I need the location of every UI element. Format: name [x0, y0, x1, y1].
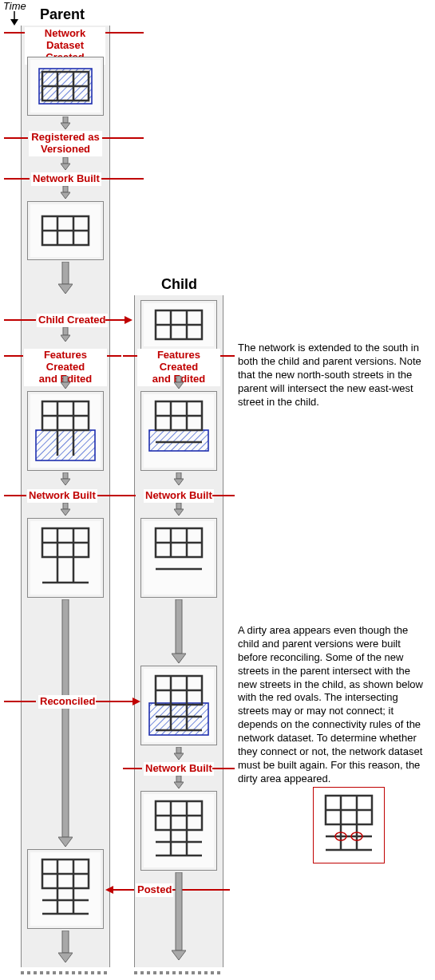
child-thumb-1: [140, 300, 217, 350]
svg-rect-20: [63, 327, 68, 335]
svg-marker-54: [174, 382, 184, 389]
arrow-icon: [61, 186, 70, 199]
svg-marker-13: [61, 192, 70, 199]
arrow-icon: [61, 117, 70, 129]
child-header: Child: [161, 276, 197, 293]
svg-marker-19: [58, 284, 73, 294]
child-thumb-3: [140, 518, 217, 598]
svg-marker-23: [61, 382, 70, 389]
svg-marker-11: [61, 164, 70, 170]
svg-marker-48: [58, 953, 73, 962]
arrow-icon: [61, 472, 70, 485]
event-posted: Posted: [136, 883, 173, 897]
arrow-icon: [174, 376, 184, 389]
svg-rect-64: [176, 503, 181, 509]
svg-rect-56: [149, 430, 208, 451]
parent-thumb-2: [27, 201, 104, 260]
svg-marker-9: [61, 123, 70, 129]
svg-rect-10: [63, 157, 68, 164]
arrow-icon: [174, 747, 184, 760]
svg-rect-18: [62, 262, 69, 284]
event-registered-versioned: Registered asVersioned: [29, 131, 102, 156]
svg-rect-22: [63, 376, 68, 382]
arrow-icon: [174, 472, 184, 485]
arrow-icon: [58, 262, 73, 294]
svg-rect-8: [63, 117, 68, 123]
svg-marker-84: [174, 782, 184, 788]
arrow-icon: [172, 872, 186, 960]
arrow-icon: [174, 776, 184, 788]
parent-thumb-4: [27, 518, 104, 598]
svg-rect-83: [176, 776, 181, 782]
event-network-built-c3: Network Built: [144, 762, 214, 776]
parent-thumb-5: [27, 849, 104, 929]
arrow-icon: [172, 599, 186, 663]
svg-marker-82: [174, 753, 184, 760]
svg-rect-71: [176, 599, 182, 654]
description-1: The network is extended to the south in …: [238, 342, 428, 409]
svg-rect-47: [62, 931, 69, 953]
description-2: A dirty area appears even though the chi…: [238, 624, 428, 786]
diagram-canvas: Time Parent Child Network DatasetCreated: [0, 0, 435, 980]
event-network-built-p2: Network Built: [27, 489, 97, 503]
arrow-icon: [61, 327, 70, 342]
event-network-built-1: Network Built: [31, 172, 101, 186]
svg-marker-33: [61, 509, 70, 516]
arrow-icon: [174, 503, 184, 516]
svg-rect-30: [63, 472, 68, 479]
parent-thumb-3: [27, 391, 104, 471]
child-thumb-4: [140, 666, 217, 745]
time-label: Time: [3, 0, 26, 12]
arrow-icon: [58, 931, 73, 962]
arrow-icon: [61, 376, 70, 389]
svg-marker-72: [172, 654, 186, 663]
svg-rect-81: [176, 747, 181, 753]
parent-thumb-1: [27, 57, 104, 116]
arrow-icon: [61, 503, 70, 516]
svg-rect-91: [176, 872, 182, 950]
svg-rect-32: [63, 503, 68, 509]
arrow-icon: [58, 599, 73, 847]
svg-rect-39: [62, 599, 69, 837]
event-reconciled: Reconciled: [38, 695, 97, 709]
event-network-built-c2: Network Built: [144, 489, 214, 503]
svg-rect-62: [176, 472, 181, 479]
svg-marker-63: [174, 479, 184, 485]
svg-marker-31: [61, 479, 70, 485]
inset-detail: [313, 787, 385, 863]
svg-rect-25: [36, 430, 95, 460]
parent-header: Parent: [40, 6, 85, 23]
child-thumb-5: [140, 791, 217, 871]
svg-marker-1: [10, 19, 18, 26]
arrow-icon: [61, 157, 70, 170]
event-child-created: Child Created: [37, 314, 108, 327]
svg-marker-92: [172, 950, 186, 960]
time-arrow-icon: [10, 11, 19, 29]
svg-marker-40: [58, 837, 73, 847]
child-thumb-2: [140, 391, 217, 471]
svg-rect-12: [63, 186, 68, 192]
svg-marker-21: [61, 335, 70, 342]
svg-marker-65: [174, 509, 184, 516]
svg-rect-53: [176, 376, 181, 382]
